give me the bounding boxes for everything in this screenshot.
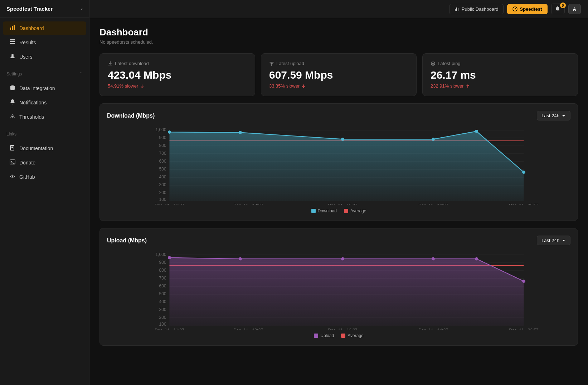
download-icon	[108, 61, 113, 66]
upload-time-select[interactable]: Last 24h	[537, 236, 570, 245]
topbar: Public Dashboard Speedtest 0 A	[89, 0, 588, 18]
avatar-button[interactable]: A	[568, 4, 581, 14]
stat-card-upload: Latest upload 607.59 Mbps 33.35% slower	[261, 53, 417, 96]
svg-text:Dec. 11 - 22:57: Dec. 11 - 22:57	[509, 203, 539, 205]
svg-point-71	[432, 257, 435, 261]
sidebar-item-github[interactable]: GitHub	[3, 170, 86, 184]
upload-icon	[269, 61, 274, 66]
svg-point-14	[432, 63, 434, 64]
stat-value-ping: 26.17 ms	[431, 69, 570, 81]
svg-text:600: 600	[159, 283, 166, 288]
svg-text:700: 700	[159, 276, 166, 281]
svg-rect-4	[10, 41, 15, 42]
svg-point-39	[432, 138, 435, 141]
sidebar: Speedtest Tracker ‹ Dashboard Results Us…	[0, 0, 89, 385]
svg-point-6	[11, 54, 14, 56]
avatar-label: A	[573, 6, 576, 12]
speedtest-button[interactable]: Speedtest	[507, 4, 547, 14]
stat-card-ping: Latest ping 26.17 ms 232.91% slower	[422, 53, 578, 96]
svg-text:600: 600	[159, 159, 166, 164]
sidebar-item-results[interactable]: Results	[3, 36, 86, 49]
settings-nav: Data Integration Notifications Threshold…	[0, 78, 89, 127]
terminal-icon	[9, 159, 16, 166]
download-legend-color	[311, 209, 316, 213]
sidebar-item-users[interactable]: Users	[3, 50, 86, 64]
svg-point-38	[341, 138, 344, 141]
download-chart-legend: Download Average	[107, 208, 570, 213]
links-nav: Documentation Donate GitHub	[0, 138, 89, 187]
svg-rect-10	[456, 8, 457, 11]
upload-chart-title: Upload (Mbps)	[107, 237, 147, 244]
download-legend-average: Average	[344, 208, 366, 213]
svg-text:Dec. 11 - 13:37: Dec. 11 - 13:37	[328, 203, 358, 205]
svg-text:Dec. 11 - 11:37: Dec. 11 - 11:37	[155, 328, 184, 330]
bar-chart-icon	[455, 6, 460, 11]
settings-section-label: Settings ⌃	[0, 67, 89, 78]
sidebar-collapse-icon[interactable]: ‹	[81, 6, 83, 12]
upload-average-legend-color	[341, 334, 345, 338]
upload-legend-upload: Upload	[314, 333, 334, 338]
sidebar-item-thresholds[interactable]: Thresholds	[3, 110, 86, 124]
down-arrow-icon2	[301, 84, 306, 89]
sidebar-item-data-integration-label: Data Integration	[19, 85, 55, 91]
chevron-down-icon	[562, 114, 566, 118]
down-arrow-icon	[140, 84, 145, 89]
svg-text:1,000: 1,000	[155, 252, 166, 257]
svg-text:700: 700	[159, 151, 166, 156]
ping-icon	[431, 61, 436, 66]
svg-text:300: 300	[159, 182, 166, 187]
svg-text:200: 200	[159, 315, 166, 320]
svg-point-72	[475, 257, 478, 261]
svg-text:Dec. 11 - 12:37: Dec. 11 - 12:37	[233, 328, 263, 330]
svg-text:Dec. 11 - 12:37: Dec. 11 - 12:37	[233, 203, 263, 205]
svg-text:1,000: 1,000	[155, 127, 166, 132]
download-chart-header: Download (Mbps) Last 24h	[107, 111, 570, 120]
sidebar-item-dashboard[interactable]: Dashboard	[3, 21, 86, 35]
stat-card-download: Latest download 423.04 Mbps 54.91% slowe…	[99, 53, 255, 96]
svg-text:400: 400	[159, 174, 166, 179]
public-dashboard-button[interactable]: Public Dashboard	[449, 4, 504, 14]
svg-text:Dec. 11 - 14:37: Dec. 11 - 14:37	[418, 203, 448, 205]
svg-text:400: 400	[159, 299, 166, 304]
svg-point-40	[475, 130, 478, 133]
download-chart-card: Download (Mbps) Last 24h	[99, 103, 578, 221]
sidebar-item-notifications[interactable]: Notifications	[3, 96, 86, 109]
notifications-button[interactable]: 0	[551, 4, 565, 14]
sidebar-item-github-label: GitHub	[19, 174, 35, 180]
notification-badge: 0	[560, 3, 566, 8]
svg-text:800: 800	[159, 143, 166, 148]
svg-text:300: 300	[159, 307, 166, 312]
download-chart-svg: 1,000 900 800 700 600 500 400 300 200 10…	[107, 126, 570, 205]
svg-text:200: 200	[159, 190, 166, 195]
svg-point-70	[341, 257, 344, 261]
sidebar-item-donate[interactable]: Donate	[3, 156, 86, 169]
sidebar-item-dashboard-label: Dashboard	[19, 25, 44, 31]
page-subtitle: No speedtests scheduled.	[99, 39, 578, 45]
sidebar-item-data-integration[interactable]: Data Integration	[3, 82, 86, 95]
notification-bell-icon	[555, 6, 561, 12]
svg-point-73	[522, 280, 525, 283]
svg-rect-11	[458, 8, 458, 11]
speedtest-icon	[512, 6, 517, 11]
table-icon	[9, 39, 16, 46]
svg-rect-3	[10, 39, 15, 40]
sidebar-item-results-label: Results	[19, 40, 36, 45]
svg-point-13	[431, 62, 435, 65]
settings-chevron-icon: ⌃	[79, 71, 83, 76]
download-legend-download: Download	[311, 208, 337, 213]
up-arrow-icon	[465, 84, 470, 89]
upload-legend-color	[314, 334, 318, 338]
sidebar-item-users-label: Users	[19, 54, 33, 60]
svg-point-37	[239, 131, 242, 134]
svg-point-41	[522, 171, 525, 174]
upload-legend-average: Average	[341, 333, 363, 338]
svg-text:800: 800	[159, 268, 166, 273]
upload-chart-header: Upload (Mbps) Last 24h	[107, 236, 570, 245]
stat-change-upload: 33.35% slower	[269, 83, 408, 89]
links-section-label: Links	[0, 127, 89, 138]
svg-point-68	[168, 256, 171, 259]
stats-row: Latest download 423.04 Mbps 54.91% slowe…	[99, 53, 578, 96]
download-time-select[interactable]: Last 24h	[537, 111, 570, 120]
sidebar-item-documentation[interactable]: Documentation	[3, 142, 86, 155]
sidebar-item-thresholds-label: Thresholds	[19, 114, 44, 120]
